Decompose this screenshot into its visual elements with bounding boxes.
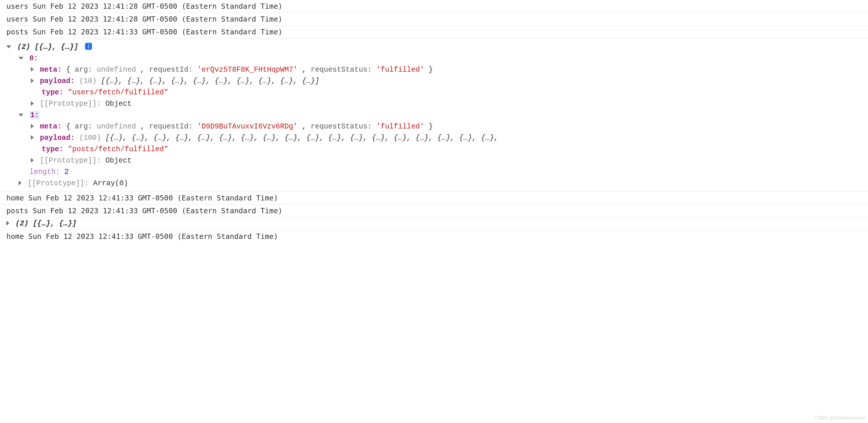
array-index-row[interactable]: 0:	[6, 53, 868, 64]
prototype-row[interactable]: [[Prototype]]: Object	[6, 98, 868, 110]
inline-key: arg:	[75, 65, 92, 74]
meta-row[interactable]: meta: { arg: undefined , requestId: 'D9D…	[6, 121, 868, 132]
console-object-expanded: (2) [{…}, {…}] i 0: meta: { arg: undefin…	[0, 38, 868, 192]
prototype-label: [[Prototype]]:	[28, 179, 89, 188]
log-line: users Sun Feb 12 2023 12:41:28 GMT-0500 …	[0, 0, 868, 13]
chevron-right-icon[interactable]	[31, 101, 34, 106]
index-key: 1:	[29, 111, 40, 119]
prototype-value: Object	[105, 157, 131, 165]
meta-row[interactable]: meta: { arg: undefined , requestId: 'erQ…	[6, 64, 868, 76]
brace-open: {	[66, 65, 70, 74]
length-row: length: 2	[6, 166, 868, 178]
inline-key: arg:	[75, 122, 92, 131]
payload-row[interactable]: payload: (10) [{…}, {…}, {…}, {…}, {…}, …	[6, 76, 868, 87]
chevron-right-icon[interactable]	[31, 124, 34, 129]
chevron-down-icon[interactable]	[19, 57, 23, 60]
string-value: "users/fetch/fulfilled"	[68, 88, 168, 97]
log-line: posts Sun Feb 12 2023 12:41:33 GMT-0500 …	[0, 26, 868, 38]
prototype-row[interactable]: [[Prototype]]: Object	[6, 155, 868, 166]
inline-value: 'fulfilled'	[376, 65, 424, 74]
inline-key: requestStatus:	[311, 65, 372, 74]
brace-open: {	[66, 122, 70, 131]
inline-value: undefined	[97, 122, 136, 131]
array-summary: (2) [{…}, {…}]	[17, 43, 78, 51]
prototype-row[interactable]: [[Prototype]]: Array(0)	[6, 178, 868, 189]
string-value: "posts/fetch/fulfilled"	[68, 145, 168, 153]
chevron-right-icon[interactable]	[31, 67, 34, 72]
payload-row[interactable]: payload: (100) [{…}, {…}, {…}, {…}, {…},…	[6, 132, 868, 144]
array-summary: (2) [{…}, {…}]	[16, 219, 76, 228]
chevron-right-icon[interactable]	[19, 180, 22, 185]
type-row: type: "users/fetch/fulfilled"	[6, 87, 868, 98]
chevron-right-icon[interactable]	[31, 158, 34, 163]
length-value: 2	[64, 168, 69, 176]
inline-key: requestStatus:	[311, 122, 372, 131]
separator: ,	[140, 122, 149, 131]
array-preview: [{…}, {…}, {…}, {…}, {…}, {…}, {…}, {…},…	[101, 77, 319, 85]
property-key: type:	[42, 145, 63, 153]
inline-key: requestId:	[149, 65, 193, 74]
inline-value: 'erQvz5T8F8K_FHtHqpWM7'	[197, 65, 298, 74]
brace-close: }	[429, 65, 433, 74]
chevron-down-icon[interactable]	[19, 114, 23, 116]
array-count: (100)	[79, 134, 101, 142]
array-index-row[interactable]: 1:	[6, 110, 868, 121]
prototype-label: [[Prototype]]:	[40, 157, 101, 165]
log-line: posts Sun Feb 12 2023 12:41:33 GMT-0500 …	[0, 204, 868, 217]
chevron-down-icon[interactable]	[6, 46, 11, 48]
array-summary-row[interactable]: (2) [{…}, {…}] i	[6, 41, 868, 53]
inline-key: requestId:	[149, 122, 193, 131]
array-count: (10)	[79, 77, 97, 85]
log-line: home Sun Feb 12 2023 12:41:33 GMT-0500 (…	[0, 192, 868, 204]
prototype-value: Object	[105, 100, 131, 108]
brace-close: }	[429, 122, 433, 131]
console-object-collapsed[interactable]: (2) [{…}, {…}]	[0, 217, 868, 230]
prototype-value: Array(0)	[93, 179, 128, 188]
property-key: meta:	[40, 65, 62, 74]
info-icon[interactable]: i	[85, 43, 92, 50]
property-key: payload:	[40, 134, 75, 142]
property-key: type:	[42, 88, 63, 97]
property-key: payload:	[40, 77, 75, 85]
chevron-right-icon[interactable]	[31, 135, 34, 140]
separator: ,	[302, 65, 311, 74]
property-key: meta:	[40, 122, 62, 131]
array-preview: [{…}, {…}, {…}, {…}, {…}, {…}, {…}, {…},…	[105, 134, 498, 142]
log-line: home Sun Feb 12 2023 12:41:33 GMT-0500 (…	[0, 230, 868, 243]
type-row: type: "posts/fetch/fulfilled"	[6, 144, 868, 155]
log-line: users Sun Feb 12 2023 12:41:28 GMT-0500 …	[0, 13, 868, 26]
inline-value: undefined	[97, 65, 136, 74]
separator: ,	[302, 122, 311, 131]
chevron-right-icon[interactable]	[6, 221, 9, 225]
index-key: 0:	[29, 54, 38, 63]
separator: ,	[140, 65, 149, 74]
chevron-right-icon[interactable]	[31, 78, 34, 83]
length-key: length:	[29, 168, 60, 176]
inline-value: 'fulfilled'	[376, 122, 424, 131]
inline-value: 'D9D9BuTAvuxvI6Vzv6RDg'	[197, 122, 298, 131]
prototype-label: [[Prototype]]:	[40, 100, 101, 108]
